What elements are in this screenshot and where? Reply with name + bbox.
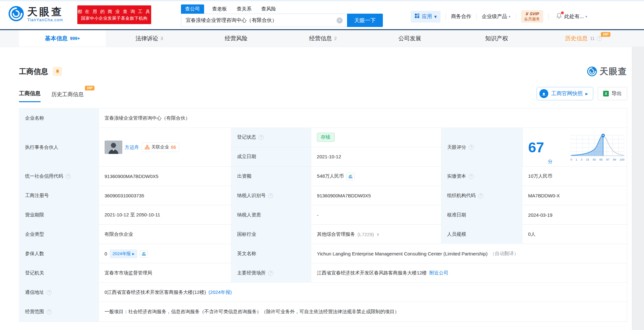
partner-label: 执行事务合伙人 <box>19 128 99 167</box>
search-button[interactable]: 天眼一下 <box>347 14 383 27</box>
annual-report-label: 2024年报 <box>113 251 131 257</box>
org-chart-icon <box>145 145 150 150</box>
brand-logo[interactable]: 天眼查 TianYanCha.com <box>8 6 63 23</box>
authority-label: 登记机关 <box>19 263 99 283</box>
subtab-history-business-info[interactable]: VIP 历史工商信息 <box>51 91 84 102</box>
help-icon[interactable]: ? <box>259 135 264 140</box>
related-companies-chip[interactable]: 关联企业 66 <box>142 142 179 152</box>
capital-value: 548万人民币 <box>311 167 441 186</box>
capital-trend-button[interactable] <box>346 173 355 180</box>
svip-sublabel: 会员服务 <box>524 16 540 22</box>
annual-report-chip[interactable]: 2024年报 ▶ <box>110 249 137 258</box>
partner-name-link[interactable]: 方运舟 <box>125 144 139 150</box>
credit-code-value: 91360900MA7BDDW0X5 <box>99 167 232 186</box>
address-value: 江西省宜春经济技术开发区春风路客商服务大楼12楼 附近公司 <box>311 263 627 283</box>
establish-date-label: 成立日期 <box>231 147 311 167</box>
subtab-business-info[interactable]: 工商信息 <box>19 90 41 102</box>
svip-label: SVIP <box>530 11 539 16</box>
company-name-value: 宜春浪绫企业管理咨询中心（有限合伙） <box>99 109 627 128</box>
official-snapshot-button[interactable]: 工商官网快照 ▶ <box>537 87 593 100</box>
vip-badge: VIP <box>601 32 610 37</box>
staff-size-value: 0人 <box>522 225 627 244</box>
help-icon[interactable]: ? <box>469 145 474 150</box>
nav-cooperation[interactable]: 商务合作 <box>451 13 471 20</box>
excel-icon: X <box>603 91 609 96</box>
insured-trend-button[interactable] <box>140 250 148 258</box>
related-label: 关联企业 <box>151 144 169 150</box>
apps-label: 应用 <box>422 13 432 20</box>
approval-date-label: 核准日期 <box>441 205 523 225</box>
slogan-line2: 国家中小企业发展子基金旗下机构 <box>81 15 148 22</box>
tab-basic-info[interactable]: 基本信息 999+ <box>19 30 106 47</box>
apps-grid-icon <box>415 13 420 20</box>
nearby-companies-link[interactable]: 附近公司 <box>429 270 448 276</box>
divider <box>446 13 446 20</box>
reg-no-value: 360900310003735 <box>99 186 232 205</box>
slogan-line1: 都 在 用 的 商 业 查 询 工 具 <box>77 8 151 15</box>
search-tab-risk[interactable]: 查风险 <box>261 4 277 14</box>
status-date-block: 登记状态 ? 存续 成立日期 2021-10-12 <box>231 128 441 166</box>
help-icon[interactable]: ? <box>469 174 474 179</box>
industry-label: 国标行业 <box>231 225 311 244</box>
play-icon: ▶ <box>132 252 134 255</box>
search-block: 查公司 查老板 查关系 查风险 × 天眼一下 <box>181 4 383 27</box>
help-icon[interactable]: ? <box>47 290 52 295</box>
industry-value: 其他综合管理服务(L7229) ∨ <box>311 225 441 244</box>
subscribe-bell-button[interactable] <box>53 67 62 76</box>
staff-size-label: 人员规模 <box>441 225 523 244</box>
snapshot-label: 工商官网快照 <box>551 90 583 97</box>
chevron-down-icon: ▾ <box>509 15 511 19</box>
search-tab-relation[interactable]: 查关系 <box>236 4 252 14</box>
main-content: 工商信息 天眼查 工商信息 <box>19 47 627 322</box>
apps-menu[interactable]: 应用 ▾ <box>411 11 441 23</box>
export-button[interactable]: X 导出 <box>598 87 627 100</box>
taxpayer-id-label: 纳税人识别号 ? <box>231 186 311 205</box>
enterprise-label: 企业级产品 <box>482 13 507 20</box>
notification-dot <box>561 11 564 14</box>
account-label: 此处有... <box>564 13 584 20</box>
tab-history-info[interactable]: VIP 历史信息 11 ? <box>540 30 627 47</box>
brand-text: 天眼查 TianYanCha.com <box>27 6 63 22</box>
score-value[interactable]: 67 分 <box>523 128 627 167</box>
reg-status-label: 登记状态 ? <box>231 128 311 147</box>
auto-translate-note: （自动翻译） <box>490 251 518 257</box>
account-menu[interactable]: 此处有... ▾ <box>564 13 587 20</box>
tab-label: 基本信息 <box>45 35 68 42</box>
svip-badge[interactable]: ♛ SVIP 会员服务 <box>521 10 543 23</box>
page-gutter <box>632 47 644 330</box>
annual-report-link[interactable]: (2024年报) <box>209 289 232 295</box>
search-tab-company[interactable]: 查公司 <box>181 4 204 14</box>
notifications-button[interactable] <box>556 12 563 21</box>
industry-code: (L7229) <box>357 232 374 237</box>
tab-badge: 999+ <box>70 36 80 41</box>
help-icon[interactable]: ? <box>66 174 71 179</box>
taxpayer-quality-value: - <box>311 205 441 225</box>
clear-icon[interactable]: × <box>337 17 343 23</box>
tab-operation-info[interactable]: 经营信息 2 <box>280 30 366 47</box>
capital-label: 出资额 <box>231 167 311 186</box>
help-icon[interactable]: ? <box>268 271 273 276</box>
tianyancha-eye-icon <box>8 6 24 23</box>
chevron-down-icon[interactable]: ∨ <box>377 232 380 237</box>
help-icon[interactable]: ? <box>47 309 52 314</box>
vip-badge: VIP <box>85 86 94 90</box>
table-row: 企业类型 有限合伙企业 国标行业 其他综合管理服务(L7229) ∨ 人员规模 … <box>19 225 627 244</box>
tab-legal[interactable]: 法律诉讼 3 <box>106 30 193 47</box>
trend-chart-icon <box>142 252 146 256</box>
partner-photo[interactable] <box>105 141 122 154</box>
help-icon[interactable]: ? <box>478 193 483 198</box>
page-title: 工商信息 <box>19 67 48 76</box>
slogan-banner: 都 在 用 的 商 业 查 询 工 具 国家中小企业发展子基金旗下机构 <box>77 5 151 24</box>
header-nav: 应用 ▾ 商务合作 企业级产品 ▾ ♛ SVIP 会员服务 <box>411 10 633 23</box>
tab-operation-risk[interactable]: 经营风险 <box>193 30 280 47</box>
company-type-value: 有限合伙企业 <box>99 225 232 244</box>
bell-icon <box>55 69 60 74</box>
nav-enterprise[interactable]: 企业级产品 ▾ <box>482 13 511 20</box>
help-icon[interactable]: ? <box>268 193 273 198</box>
tab-intellectual-property[interactable]: 知识产权 <box>453 30 540 47</box>
export-label: 导出 <box>611 90 622 97</box>
search-input[interactable] <box>181 14 347 27</box>
credit-code-label: 统一社会信用代码 ? <box>19 167 99 186</box>
tab-company-development[interactable]: 公司发展 <box>366 30 453 47</box>
search-tab-boss[interactable]: 查老板 <box>212 4 228 14</box>
